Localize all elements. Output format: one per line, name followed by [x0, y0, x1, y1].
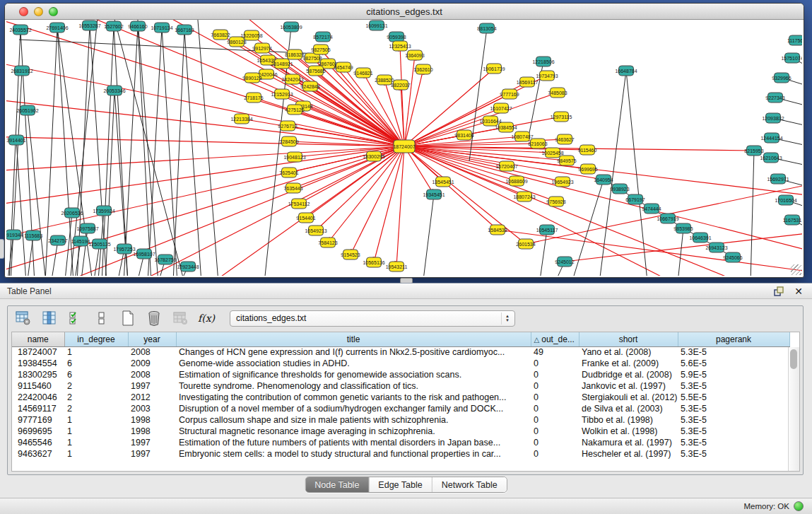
graph-node-label: 24035572 [9, 28, 31, 33]
graph-node-label: 19345451 [423, 192, 445, 197]
graph-node-label: 9146821 [353, 71, 372, 76]
graph-node-label: 10565136 [363, 260, 384, 265]
table-row[interactable]: 1872400712008Changes of HCN gene express… [12, 346, 789, 358]
status-bar: Memory: OK [0, 498, 812, 514]
graph-node-label: 1167531 [783, 218, 802, 223]
graph-node-label: 16782759 [154, 257, 176, 262]
graph-node-label: 9115460 [578, 148, 597, 153]
table-panel: Table Panel ✕ [0, 283, 812, 514]
function-builder-icon[interactable]: f(x) [198, 310, 215, 327]
column-header-short[interactable]: short [579, 332, 678, 346]
graph-node-label: 7485083 [548, 90, 567, 95]
close-window-icon[interactable] [19, 7, 28, 16]
table-tabs: Node TableEdge TableNetwork Table [305, 477, 507, 493]
graph-node-label: 12973115 [551, 115, 572, 119]
table-vertical-scrollbar[interactable] [788, 347, 799, 471]
graph-node-label: 9463627 [555, 137, 574, 142]
table-row[interactable]: 977716911998Corpus callosum shape and si… [12, 414, 789, 426]
graph-node-label: 19384554 [495, 125, 517, 130]
minimize-window-icon[interactable] [34, 7, 43, 16]
graph-node-label: 18300295 [363, 154, 384, 159]
graph-node-label: 2388520 [375, 78, 394, 83]
column-header-pagerank[interactable]: pagerank [678, 332, 789, 346]
graph-node-label: 26943123 [705, 245, 727, 250]
graph-node-label: 17359924 [93, 209, 114, 214]
graph-node-label: 23148921 [271, 62, 293, 66]
table-selector-dropdown[interactable]: citations_edges.txt ▲▼ [230, 310, 515, 327]
column-header-out_de[interactable]: △out_de... [531, 332, 579, 346]
column-header-year[interactable]: year [128, 332, 176, 346]
graph-node-label: 1667163 [175, 28, 194, 33]
graph-node-label: 9227343 [765, 95, 784, 100]
graph-node-label: 20053346 [103, 88, 125, 93]
graph-node-label: 10316644 [479, 119, 501, 124]
graph-node-label: 9699695 [578, 167, 597, 172]
graph-node-label: 9756928 [546, 199, 565, 204]
graph-node-label: 1117563 [787, 38, 802, 43]
graph-node-label: 12325413 [389, 44, 411, 49]
graph-node-label: 9890123 [242, 76, 261, 81]
table-row[interactable]: 946554611997Estimation of the future num… [12, 437, 789, 448]
graph-node-label: 10975887 [76, 226, 98, 231]
select-columns-icon[interactable] [41, 310, 58, 327]
row-height-icon[interactable] [93, 310, 110, 327]
float-panel-icon[interactable] [772, 286, 785, 297]
graph-node-label: 19061739 [483, 66, 505, 71]
graph-node-label: 15720407 [495, 164, 517, 169]
table-row[interactable]: 2242004622012Investigating the contribut… [12, 392, 789, 403]
tab-node-table[interactable]: Node Table [305, 477, 369, 492]
graph-node-label: 9860128 [227, 40, 246, 45]
table-row[interactable]: 911546021997Tourette syndrome. Phenomeno… [12, 380, 789, 392]
table-row[interactable]: 946362711997Embryonic stem cells: a mode… [12, 448, 789, 460]
table-row[interactable]: 1938455462009Genome-wide association stu… [12, 358, 789, 369]
graph-node-label: 1115683 [24, 233, 42, 238]
network-canvas-svg[interactable]: 2403557227691406105532871527602946616010… [6, 20, 802, 276]
network-window-titlebar[interactable]: citations_edges.txt [5, 4, 804, 20]
column-header-name[interactable]: name [12, 332, 64, 346]
table-header-row: namein_degreeyeartitle△out_de...shortpag… [12, 332, 789, 346]
graph-node-label: 8822037 [391, 83, 410, 88]
graph-node-label: 26831912 [11, 69, 33, 74]
memory-status-label: Memory: OK [743, 502, 789, 510]
select-all-rows-icon[interactable] [67, 310, 84, 327]
graph-node-label: 1640954 [594, 177, 613, 182]
node-table: namein_degreeyeartitle△out_de...shortpag… [12, 332, 790, 460]
graph-node-label: 8813054 [477, 26, 496, 31]
graph-node-label: 27691406 [46, 25, 68, 30]
graph-node-label: 3919344 [6, 233, 23, 238]
graph-node-label: 10688609 [505, 179, 527, 184]
network-canvas[interactable]: 2403557227691406105532871527602946616010… [6, 20, 802, 276]
graph-node-label: 3914401 [6, 138, 25, 143]
delete-columns-icon[interactable] [146, 310, 163, 327]
scrollbar-thumb[interactable] [790, 349, 797, 369]
table-row[interactable]: 1456911722003Disruption of a novel membe… [12, 403, 789, 414]
graph-node-label: 18807243 [513, 194, 535, 199]
close-panel-icon[interactable]: ✕ [792, 286, 805, 297]
column-header-in_degree[interactable]: in_degree [64, 332, 128, 346]
column-header-title[interactable]: title [176, 332, 531, 346]
table-row[interactable]: 969969511998Structural magnetic resonanc… [12, 426, 789, 437]
graph-node-label: 16958107 [133, 252, 155, 257]
new-table-icon[interactable] [119, 310, 136, 327]
graph-node-label: 19734793 [536, 74, 558, 78]
graph-node-label: 1145194 [71, 239, 90, 244]
graph-node-label: 9849575 [557, 158, 576, 163]
window-resize-grip[interactable] [791, 264, 801, 275]
graph-node-label: 18724007 [393, 144, 415, 149]
graph-node-label: 9777169 [500, 92, 519, 97]
table-settings-icon[interactable] [15, 310, 32, 327]
graph-node-label: 14569117 [517, 80, 539, 85]
graph-node-label: 9242848 [300, 84, 319, 89]
graph-node-label: 12152913 [271, 92, 293, 97]
graph-node-label: 7635443 [283, 186, 302, 191]
graph-node-label: 12923448 [177, 264, 199, 269]
graph-node-label: 9329966 [772, 76, 791, 81]
tab-edge-table[interactable]: Edge Table [369, 477, 432, 492]
dropdown-arrows-icon: ▲▼ [501, 313, 513, 325]
graph-node-label: 10646391 [689, 235, 711, 240]
graph-node-label: 15751074 [781, 56, 802, 61]
zoom-window-icon[interactable] [49, 7, 58, 16]
tab-network-table[interactable]: Network Table [433, 477, 507, 492]
table-row[interactable]: 1830029562008Estimation of significance … [12, 369, 789, 380]
memory-ok-indicator-icon[interactable] [794, 501, 804, 511]
